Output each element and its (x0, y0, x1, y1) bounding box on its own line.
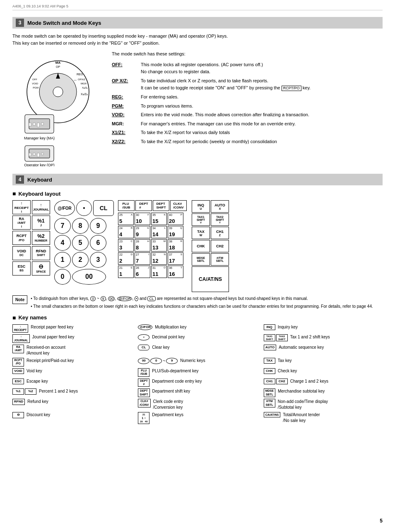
numeric-00-icon: 00 (138, 358, 149, 364)
keyname-rcptpo: RCPT/PO Receipt print/Paid-out key (12, 358, 131, 367)
dept-key-15[interactable]: 35K 15 (151, 213, 167, 225)
dept-row-5: 21E 1 26J 6 31O 11 36T 16 (118, 266, 187, 278)
mode-void: VOID: Enters into the void mode. This mo… (112, 111, 383, 119)
key-2[interactable]: 2 (72, 252, 89, 268)
key-6[interactable]: 6 (90, 235, 106, 251)
dept-key-20[interactable]: 40P 20 (168, 213, 183, 225)
key-3[interactable]: 3 (90, 252, 106, 268)
section3-header: 3 Mode Switch and Mode Keys (12, 17, 383, 29)
dept-key-14[interactable]: 34L 14 (151, 226, 167, 238)
mdse-sbtl-key[interactable]: MDSESBTL (192, 253, 210, 266)
dept-key-6[interactable]: 26J 6 (135, 266, 150, 278)
section4-title: Keyboard (27, 177, 52, 183)
receipt-key[interactable]: ↑ RECEIPT I (12, 200, 31, 214)
chk-key[interactable]: CHK (192, 240, 210, 252)
key-00[interactable]: 00 (72, 269, 106, 285)
dept-key-1[interactable]: 21E 1 (118, 266, 134, 278)
dept-key-8[interactable]: 28H 8 (135, 239, 150, 252)
percent2-key[interactable]: %2 NUMBER (32, 231, 50, 245)
keyname-cl: CL Clear key (138, 345, 257, 356)
ch1-key[interactable]: CH1 Z (211, 227, 229, 239)
receipt-icon: ↑RECEIPT (12, 324, 28, 333)
key-7[interactable]: 7 (54, 218, 71, 234)
section3-title: Mode Switch and Mode Keys (27, 20, 101, 26)
dept-key-4[interactable]: 24B 4 (118, 226, 134, 238)
discount-label: Discount key (26, 412, 50, 418)
keyname-tax12: TAX1SHIFT TAX2SHIFT Tax 1 and 2 shift ke… (264, 334, 383, 343)
dept-key-7[interactable]: 27I 7 (135, 252, 150, 265)
rcptpo-icon: RCPT/PO (12, 358, 24, 367)
clk-conv-header[interactable]: CLK#/CONV (170, 200, 187, 211)
atfor-key[interactable]: @/FOR (54, 200, 75, 216)
ch2-key[interactable]: CH2 (211, 240, 229, 252)
deptshift-label: Department shift key (152, 388, 190, 394)
caatns-key[interactable]: CA/AT/NS (192, 266, 229, 292)
mode-opxz: OP X/Z: To take individual clerk X or Z … (112, 77, 383, 92)
keyname-caatns: CA/AT/NS Total/Amount tender/No sale key (264, 412, 383, 424)
rfnd-key[interactable]: RFND SHIFT (32, 246, 50, 260)
dept-hash-header[interactable]: DEPT# (135, 200, 152, 211)
esc-key[interactable]: ESC BS (12, 261, 31, 276)
tax-key[interactable]: TAX W (192, 227, 210, 239)
svg-rect-23 (29, 153, 31, 156)
keyname-chk: CHK Check key (264, 368, 383, 377)
key-row-5: ESC BS ⊖ SPACE (12, 261, 50, 276)
dept-key-2[interactable]: 22D 2 (118, 252, 134, 265)
dept-key-10[interactable]: 30F 10 (135, 213, 150, 225)
keyname-mdsesbtl: MDSESBTL Merchandise subtotal key (264, 388, 383, 397)
percent1-key[interactable]: %1 J (32, 216, 50, 230)
dept-key-18[interactable]: 38R 18 (168, 239, 183, 252)
keyboard-layout-title: Keyboard layout (12, 190, 383, 197)
dept-key-5[interactable]: 25A 5 (118, 213, 134, 225)
mode-off: OFF: This mode locks all register operat… (112, 61, 383, 76)
key-1[interactable]: 1 (54, 252, 71, 268)
dept-key-11[interactable]: 31O 11 (151, 266, 167, 278)
numeric-0-icon: 0 (150, 358, 162, 364)
key-8[interactable]: 8 (72, 218, 89, 234)
keyname-tax: TAX Tax key (264, 358, 383, 367)
journal-key[interactable]: ↑ JOURNAL (32, 200, 50, 214)
plu-sub-header[interactable]: PLU/SUB (118, 200, 135, 211)
dept-key-17[interactable]: 37S 17 (168, 252, 183, 265)
void-key[interactable]: VOID DC (12, 246, 31, 260)
key-5[interactable]: 5 (72, 235, 89, 251)
dept-key-12[interactable]: 32N 12 (151, 252, 167, 265)
key-names-title: Key names (12, 314, 383, 321)
rfnd-icon: RFND (12, 399, 25, 405)
keyname-deptshift: DEPTSHIFT Department shift key (138, 388, 257, 397)
auto-key[interactable]: AUTO X (211, 200, 229, 213)
keyname-ch12: CH1 CH2 Charge 1 and 2 keys (264, 379, 383, 387)
mode-switch-content: MA OP REG OPX/Z MGR OFF VOID PGM X₁/Z₁ X… (12, 50, 383, 167)
rcpt-po-key[interactable]: RCPT /PO (12, 231, 31, 245)
mode-pgm: PGM: To program various items. (112, 103, 383, 110)
dept-key-16[interactable]: 36T 16 (168, 266, 183, 278)
cl-key[interactable]: CL (93, 200, 114, 216)
key-9[interactable]: 9 (90, 218, 106, 234)
key-0[interactable]: 0 (54, 269, 71, 285)
dept-key-13[interactable]: 33M 13 (151, 239, 167, 252)
dept-key-9[interactable]: 29G 9 (135, 226, 150, 238)
dept-key-19[interactable]: 39Q 19 (168, 226, 183, 238)
htm-sbtl-key[interactable]: #/TMSBTL (211, 253, 229, 266)
key-4[interactable]: 4 (54, 235, 71, 251)
svg-text:VOID: VOID (32, 82, 38, 85)
inq-key[interactable]: INQ U (192, 200, 210, 213)
journal-label: Journal paper feed key (32, 334, 75, 340)
section4-header: 4 Keyboard (12, 174, 383, 185)
mode-x1z1: X1/Z1: To take the X/Z report for variou… (112, 129, 383, 137)
keyname-discount: ⊖ Discount key (12, 412, 131, 424)
dot-key[interactable]: • (76, 200, 92, 216)
void-label: Void key (26, 368, 42, 374)
key-row-3: RCPT /PO %2 NUMBER (12, 231, 50, 245)
tax-ch1-row: TAX W CH1 Z (192, 227, 229, 239)
svg-rect-19 (41, 123, 43, 125)
dept-key-3[interactable]: 23C 3 (118, 239, 134, 252)
tax2-shift-key[interactable]: TAX2SHIFTY (211, 213, 229, 226)
ra-amt-key[interactable]: RA /AMT I (12, 216, 31, 230)
tax1-shift-key[interactable]: TAX1SHIFTV (192, 213, 210, 226)
svg-rect-24 (33, 153, 35, 155)
dept-shift-header[interactable]: DEPTSHIFT (153, 200, 169, 211)
tax12-label: Tax 1 and 2 shift keys (290, 334, 330, 340)
discount-key[interactable]: ⊖ SPACE (32, 261, 50, 276)
clkconv-icon: CLK#/CONV (138, 399, 150, 407)
